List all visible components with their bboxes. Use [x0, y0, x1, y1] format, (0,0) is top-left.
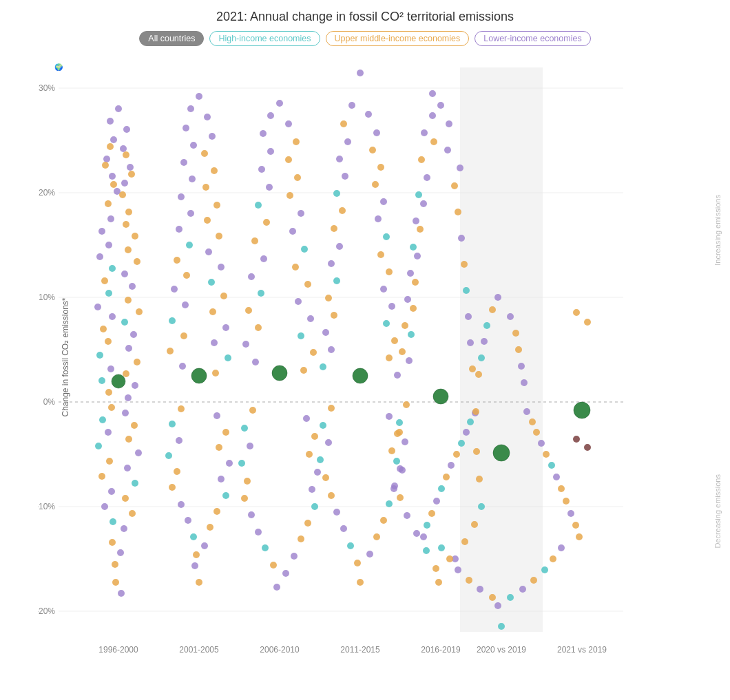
- dot: [573, 436, 580, 443]
- dot: [444, 147, 451, 153]
- dot: [435, 579, 442, 586]
- dot: [576, 533, 583, 540]
- dot: [180, 159, 187, 166]
- dot: [386, 500, 393, 507]
- dot: [311, 433, 318, 440]
- dot: [109, 265, 116, 272]
- dot: [451, 182, 458, 189]
- dot: [550, 555, 556, 562]
- dot: [98, 473, 105, 480]
- svg-text:🌍: 🌍: [54, 63, 63, 72]
- dot: [481, 338, 488, 345]
- dot: [285, 120, 292, 127]
- dot: [218, 264, 225, 271]
- ytick-neg10: −10%: [38, 502, 55, 511]
- dot: [415, 191, 422, 198]
- dot: [107, 118, 114, 125]
- dot: [204, 217, 211, 224]
- dot: [110, 518, 116, 525]
- xtick-2011: 2011-2015: [340, 645, 380, 655]
- dot: [357, 579, 364, 586]
- dot: [267, 112, 274, 119]
- dot: [218, 476, 225, 482]
- dot: [248, 511, 255, 518]
- dot: [109, 539, 116, 546]
- dot: [263, 219, 270, 226]
- dot: [507, 313, 514, 320]
- legend-upper-middle[interactable]: Upper middle-income economies: [326, 31, 470, 46]
- dot: [498, 623, 505, 630]
- dot: [558, 544, 565, 551]
- dot: [121, 319, 128, 326]
- dot: [213, 508, 220, 515]
- dot: [294, 174, 301, 181]
- dot: [309, 486, 315, 493]
- dot: [322, 329, 329, 336]
- dot: [428, 510, 435, 517]
- dot: [402, 438, 408, 445]
- dot: [196, 579, 202, 586]
- right-label-decreasing: Decreasing emissions: [713, 474, 722, 549]
- dot: [477, 586, 483, 593]
- dot: [101, 503, 108, 510]
- dot: [204, 114, 211, 120]
- dot: [169, 317, 176, 324]
- dot: [357, 70, 364, 76]
- dot: [469, 365, 476, 372]
- dot: [220, 293, 227, 299]
- dot: [455, 566, 461, 573]
- dot: [105, 429, 112, 436]
- dot: [244, 478, 251, 485]
- dot: [123, 151, 129, 158]
- dot: [185, 517, 191, 524]
- dot: [394, 372, 401, 379]
- dot: [225, 354, 231, 361]
- dot: [418, 156, 425, 163]
- dot: [201, 150, 208, 157]
- dot: [322, 474, 329, 481]
- dot: [383, 233, 390, 240]
- dot: [538, 440, 545, 447]
- dot: [123, 370, 129, 377]
- dot: [127, 164, 134, 171]
- dot: [407, 270, 414, 277]
- legend-high-income[interactable]: High-income economies: [209, 31, 320, 46]
- dot: [248, 273, 255, 280]
- dot: [424, 522, 430, 529]
- dot: [328, 405, 335, 412]
- dot: [328, 346, 335, 353]
- dot: [190, 142, 197, 149]
- ytick-10: 10%: [39, 293, 55, 302]
- dot: [125, 436, 132, 443]
- dot: [429, 90, 436, 97]
- dot: [377, 164, 384, 171]
- dot: [429, 112, 436, 119]
- dot: [558, 485, 565, 492]
- dot: [584, 444, 591, 451]
- dot: [103, 156, 110, 162]
- dot: [95, 443, 102, 449]
- dot: [260, 255, 267, 262]
- dot: [518, 363, 525, 370]
- dot: [183, 272, 190, 279]
- highlight-2020-bg: [460, 67, 543, 632]
- dot: [372, 181, 379, 188]
- dot: [325, 439, 332, 446]
- dot: [446, 120, 452, 127]
- dot: [314, 469, 321, 476]
- legend-lower-income[interactable]: Lower-income economies: [474, 31, 590, 46]
- dot: [260, 130, 267, 137]
- dot: [336, 243, 343, 250]
- dot: [333, 509, 340, 516]
- legend-all-countries[interactable]: All countries: [139, 31, 204, 46]
- ytick-30: 30%: [39, 83, 55, 93]
- dot: [182, 125, 189, 131]
- dot: [471, 521, 478, 528]
- dot: [189, 176, 196, 182]
- dot: [255, 202, 262, 209]
- dot: [403, 401, 410, 408]
- dot: [507, 594, 514, 601]
- dot: [109, 173, 116, 180]
- dot: [529, 418, 536, 425]
- dot: [365, 111, 372, 118]
